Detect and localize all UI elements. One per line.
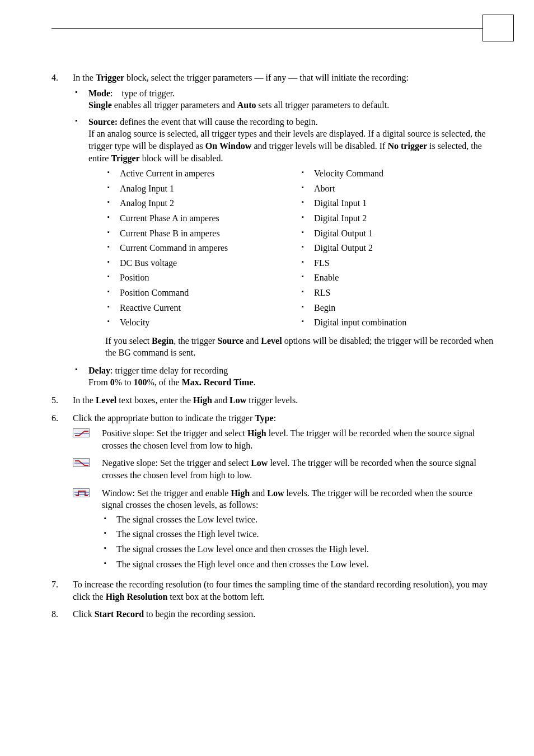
trigger-bold2: Trigger [111,153,139,163]
low-bold: Low [267,488,284,498]
list-item: Digital input combination [299,316,494,329]
list-item: DC Bus voltage [105,257,299,269]
low-bold: Low [229,395,246,405]
type-bold: Type [255,413,273,423]
text: . [253,377,255,387]
text: In the [73,73,96,82]
max-record-bold: Max. Record Time [182,377,254,387]
text: If you select [105,336,152,346]
text: : [274,413,276,423]
trigger-type-rows: Positive slope: Set the trigger and sele… [73,427,494,573]
list-item: Position [105,272,299,284]
list-item: The signal crosses the Low level once an… [102,543,494,556]
header-box [483,15,514,41]
trigger-bold: Trigger [96,73,124,82]
list-item: Current Phase A in amperes [105,212,299,225]
text: defines the event that will cause the re… [118,117,318,127]
step5-text: In the Level text boxes, enter the High … [73,395,298,405]
text: Negative slope: Set the trigger and sele… [102,458,251,468]
positive-slope-icon [73,427,102,451]
text: block will be disabled. [140,153,223,163]
text: From [88,377,110,387]
mode-bullet: Mode: type of trigger. Single enables al… [73,87,494,111]
text: trigger levels. [246,395,298,405]
text: Click the appropriate button to indicate… [73,413,255,423]
text: Window: Set the trigger and enable [102,488,231,498]
list-item: The signal crosses the High level twice. [102,528,494,540]
list-item: Analog Input 2 [105,197,299,209]
step-number: 8. [51,608,67,620]
list-item: Active Current in amperes [105,167,299,180]
text: to begin the recording session. [144,609,255,619]
source-bold: Source [217,336,243,346]
start-record-bold: Start Record [95,609,144,619]
list-item: Reactive Current [105,302,299,314]
negative-slope-text: Negative slope: Set the trigger and sele… [102,457,494,481]
step-7: 7. To increase the recording resolution … [51,578,494,603]
text: enables all trigger parameters and [112,100,237,110]
list-item: FLS [299,257,494,269]
high-bold: High [247,428,266,438]
step4-bullets: Mode: type of trigger. Single enables al… [73,87,494,389]
header-rule [51,28,494,29]
list-item: Velocity [105,316,299,329]
step6-text: Click the appropriate button to indicate… [73,413,276,423]
step4-intro: In the Trigger block, select the trigger… [73,73,409,82]
text: % to [115,377,134,387]
auto-bold: Auto [237,100,256,110]
hundred-bold: 100 [133,377,147,387]
main-list: 4. In the Trigger block, select the trig… [51,72,494,620]
text: text boxes, enter the [116,395,193,405]
step-number: 6. [51,412,67,424]
window-icon [73,487,102,573]
positive-slope-row: Positive slope: Set the trigger and sele… [73,427,494,451]
delay-label: Delay [88,366,110,375]
text: %, of the [147,377,181,387]
text: and [212,395,229,405]
list-item: Analog Input 1 [105,183,299,195]
window-row: Window: Set the trigger and enable High … [73,487,494,573]
text: , the trigger [174,336,217,346]
level-bold: Level [261,336,282,346]
delay-bullet: Delay: trigger time delay for recording … [73,365,494,389]
list-item: Current Phase B in amperes [105,227,299,240]
list-item: Digital Output 2 [299,242,494,254]
high-bold: High [231,488,250,498]
text: : type of trigger. [110,88,175,98]
step-8: 8. Click Start Record to begin the recor… [51,608,494,620]
negative-slope-row: Negative slope: Set the trigger and sele… [73,457,494,481]
text: text box at the bottom left. [167,592,265,601]
positive-slope-text: Positive slope: Set the trigger and sele… [102,427,494,451]
on-window-bold: On Window [205,141,252,151]
single-bold: Single [88,100,112,110]
text: Click [73,609,95,619]
high-res-bold: High Resolution [106,592,168,601]
window-text: Window: Set the trigger and enable High … [102,487,494,573]
source-two-col: Active Current in amperes Analog Input 1… [105,167,494,332]
list-item: The signal crosses the High level once a… [102,558,494,571]
list-item: RLS [299,287,494,299]
step8-text: Click Start Record to begin the recordin… [73,609,255,619]
source-label: Source: [88,117,118,127]
text: : trigger time delay for recording [110,366,228,375]
window-sublist: The signal crosses the Low level twice. … [102,514,494,570]
text: and trigger levels will be disabled. If [251,141,387,151]
list-item: Abort [299,183,494,195]
step-number: 5. [51,394,67,407]
step-number: 4. [51,72,67,84]
source-col-left: Active Current in amperes Analog Input 1… [105,167,299,332]
list-item: Position Command [105,287,299,299]
step-6: 6. Click the appropriate button to indic… [51,412,494,573]
step-number: 7. [51,578,67,591]
text: and [243,336,261,346]
negative-slope-icon [73,457,102,481]
text: and [250,488,267,498]
source-left-list: Active Current in amperes Analog Input 1… [105,167,299,329]
step-5: 5. In the Level text boxes, enter the Hi… [51,394,494,407]
list-item: Digital Output 1 [299,227,494,240]
level-bold: Level [96,395,116,405]
list-item: Digital Input 2 [299,212,494,225]
list-item: The signal crosses the Low level twice. [102,514,494,526]
list-item: Current Command in amperes [105,242,299,254]
list-item: Begin [299,302,494,314]
